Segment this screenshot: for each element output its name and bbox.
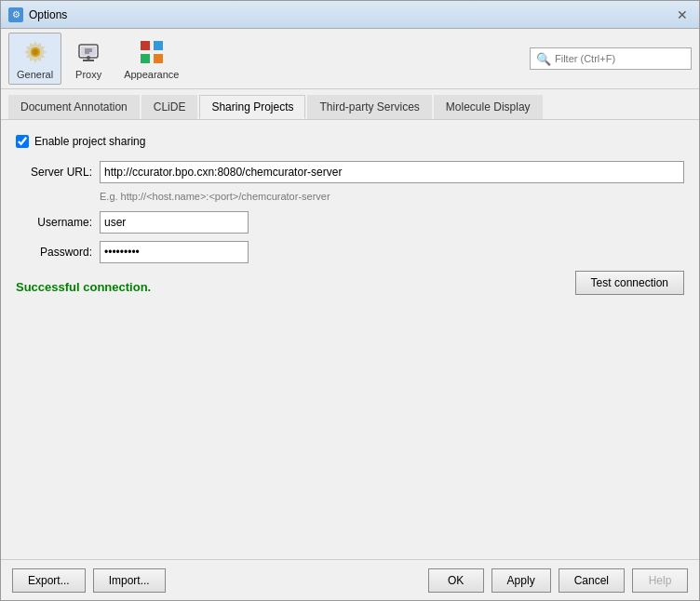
toolbar-proxy-button[interactable]: Proxy <box>65 33 112 85</box>
tab-sharing-projects[interactable]: Sharing Projects <box>199 95 305 119</box>
toolbar: General Proxy <box>1 29 699 89</box>
tab-third-party-services[interactable]: Third-party Services <box>307 95 431 119</box>
bottom-left-buttons: Export... Import... <box>12 568 166 593</box>
import-button[interactable]: Import... <box>93 568 166 593</box>
svg-rect-13 <box>154 54 163 63</box>
enable-sharing-checkbox[interactable] <box>16 135 29 148</box>
test-connection-button[interactable]: Test connection <box>575 271 684 295</box>
options-window: ⚙ Options ✕ General <box>0 0 700 601</box>
svg-point-2 <box>33 49 38 55</box>
tab-document-annotation[interactable]: Document Annotation <box>8 95 140 119</box>
toolbar-general-button[interactable]: General <box>8 33 61 85</box>
help-button[interactable]: Help <box>632 568 688 593</box>
enable-sharing-label[interactable]: Enable project sharing <box>34 135 145 148</box>
password-row: Password: <box>16 241 684 263</box>
svg-rect-11 <box>154 41 163 50</box>
search-icon: 🔍 <box>536 52 551 66</box>
toolbar-buttons: General Proxy <box>8 33 187 85</box>
server-url-row: Server URL: <box>16 161 684 183</box>
svg-point-5 <box>87 56 90 60</box>
tab-molecule-display[interactable]: Molecule Display <box>434 95 543 119</box>
appearance-icon <box>137 37 167 67</box>
enable-sharing-row: Enable project sharing <box>16 135 684 148</box>
bottom-right-buttons: OK Apply Cancel Help <box>428 568 688 593</box>
search-box[interactable]: 🔍 <box>530 47 692 70</box>
password-input[interactable] <box>100 241 249 263</box>
svg-rect-12 <box>141 54 150 63</box>
title-bar: ⚙ Options ✕ <box>1 1 699 29</box>
username-input[interactable] <box>100 211 249 234</box>
ok-button[interactable]: OK <box>428 568 484 593</box>
window-icon: ⚙ <box>8 7 23 22</box>
appearance-label: Appearance <box>124 69 179 80</box>
proxy-icon <box>74 37 103 67</box>
title-bar-left: ⚙ Options <box>8 7 67 22</box>
server-url-label: Server URL: <box>16 166 100 179</box>
password-label: Password: <box>16 246 100 259</box>
svg-rect-10 <box>141 41 150 50</box>
svg-rect-6 <box>83 60 94 61</box>
status-message: Successful connection. <box>16 280 151 294</box>
content-area: Enable project sharing Server URL: E.g. … <box>1 120 699 559</box>
server-url-hint: E.g. http://<host.name>:<port>/chemcurat… <box>100 191 684 202</box>
username-label: Username: <box>16 216 100 229</box>
search-input[interactable] <box>555 53 685 64</box>
username-row: Username: <box>16 211 684 234</box>
general-label: General <box>17 69 53 80</box>
proxy-label: Proxy <box>75 69 101 80</box>
window-title: Options <box>29 8 67 21</box>
server-url-input[interactable] <box>100 161 684 183</box>
apply-button[interactable]: Apply <box>491 568 551 593</box>
close-button[interactable]: ✕ <box>673 6 692 24</box>
toolbar-appearance-button[interactable]: Appearance <box>115 33 187 85</box>
tabs-row: Document Annotation CLiDE Sharing Projec… <box>1 89 699 120</box>
test-connection-row: Successful connection. Test connection <box>16 271 684 295</box>
cancel-button[interactable]: Cancel <box>559 568 625 593</box>
general-icon <box>20 37 50 67</box>
tab-clide[interactable]: CLiDE <box>141 95 198 119</box>
bottom-bar: Export... Import... OK Apply Cancel Help <box>1 559 699 600</box>
export-button[interactable]: Export... <box>12 568 86 593</box>
